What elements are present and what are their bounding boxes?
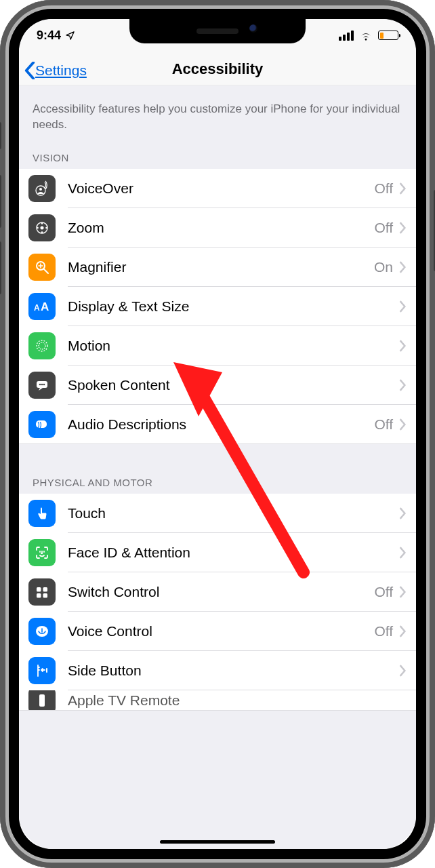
row-switch-control[interactable]: Switch Control Off xyxy=(19,572,416,612)
row-label: Face ID & Attention xyxy=(68,545,393,561)
motion-icon xyxy=(28,332,56,359)
svg-rect-25 xyxy=(39,694,45,707)
row-label: Display & Text Size xyxy=(68,298,393,315)
svg-text:)): )) xyxy=(38,421,42,428)
row-voiceover[interactable]: VoiceOver Off xyxy=(19,169,416,208)
audio-descriptions-icon: )) xyxy=(28,411,56,438)
svg-point-5 xyxy=(41,231,43,233)
spoken-content-icon xyxy=(28,372,56,399)
chevron-right-icon xyxy=(398,222,407,234)
volume-up-button xyxy=(0,175,1,228)
physical-list: Touch Face ID & Attention xyxy=(19,494,416,711)
row-audio-descriptions[interactable]: )) Audio Descriptions Off xyxy=(19,405,416,444)
voiceover-icon xyxy=(28,175,56,202)
row-label: Switch Control xyxy=(68,584,374,600)
row-side-button[interactable]: Side Button xyxy=(19,651,416,690)
svg-point-12 xyxy=(39,342,45,349)
row-label: VoiceOver xyxy=(68,180,374,197)
row-value: On xyxy=(374,259,393,275)
row-motion[interactable]: Motion xyxy=(19,326,416,366)
row-label: Spoken Content xyxy=(68,377,393,393)
chevron-right-icon xyxy=(398,340,407,352)
chevron-right-icon xyxy=(398,261,407,273)
chevron-right-icon xyxy=(398,625,407,637)
svg-rect-20 xyxy=(43,587,48,592)
home-indicator[interactable] xyxy=(160,840,275,844)
row-value: Off xyxy=(374,220,393,236)
svg-point-6 xyxy=(37,227,39,229)
chevron-right-icon xyxy=(398,665,407,677)
row-faceid[interactable]: Face ID & Attention xyxy=(19,533,416,572)
row-label: Side Button xyxy=(68,663,393,679)
cellular-signal-icon xyxy=(339,31,354,41)
row-label: Voice Control xyxy=(68,623,374,639)
row-label: Zoom xyxy=(68,220,374,236)
location-icon xyxy=(65,31,75,41)
volume-down-button xyxy=(0,241,1,294)
mute-switch xyxy=(0,122,1,149)
row-apple-tv-remote[interactable]: Apple TV Remote xyxy=(19,690,416,711)
faceid-icon xyxy=(28,539,56,566)
svg-point-7 xyxy=(45,227,47,229)
apple-tv-remote-icon xyxy=(28,690,56,711)
chevron-right-icon xyxy=(398,547,407,559)
iphone-device-frame: 9:44 Settings Accessibility Accessibilit… xyxy=(0,0,435,868)
section-header-vision: VISION xyxy=(19,140,416,169)
svg-point-16 xyxy=(43,384,45,386)
chevron-right-icon xyxy=(398,300,407,313)
magnifier-icon xyxy=(28,254,56,281)
switch-control-icon xyxy=(28,578,56,606)
zoom-icon xyxy=(28,214,56,241)
notch xyxy=(129,19,306,43)
row-value: Off xyxy=(374,180,393,197)
row-display-text-size[interactable]: AA Display & Text Size xyxy=(19,287,416,326)
svg-point-15 xyxy=(41,384,43,386)
row-value: Off xyxy=(374,416,393,433)
svg-point-14 xyxy=(39,384,41,386)
page-title: Accessibility xyxy=(172,60,264,78)
row-spoken-content[interactable]: Spoken Content xyxy=(19,366,416,405)
svg-text:A: A xyxy=(34,303,40,313)
intro-text: Accessibility features help you customiz… xyxy=(19,85,416,140)
chevron-right-icon xyxy=(398,507,407,519)
svg-rect-21 xyxy=(37,593,41,598)
text-size-icon: AA xyxy=(28,293,56,320)
row-value: Off xyxy=(374,623,393,639)
row-magnifier[interactable]: Magnifier On xyxy=(19,248,416,287)
status-time: 9:44 xyxy=(37,28,61,43)
wifi-icon xyxy=(359,31,373,41)
svg-rect-19 xyxy=(37,587,41,592)
svg-text:A: A xyxy=(41,300,49,313)
row-zoom[interactable]: Zoom Off xyxy=(19,208,416,248)
touch-icon xyxy=(28,500,56,527)
chevron-right-icon xyxy=(398,182,407,195)
vision-list: VoiceOver Off Zoom Off xyxy=(19,169,416,444)
svg-point-4 xyxy=(41,222,43,224)
row-voice-control[interactable]: Voice Control Off xyxy=(19,612,416,651)
row-label: Motion xyxy=(68,338,393,354)
svg-point-1 xyxy=(39,188,42,191)
row-label: Audio Descriptions xyxy=(68,416,374,433)
section-header-physical: PHYSICAL AND MOTOR xyxy=(19,465,416,494)
svg-point-3 xyxy=(41,226,44,229)
svg-rect-22 xyxy=(43,593,48,598)
svg-rect-24 xyxy=(46,668,47,673)
row-value: Off xyxy=(374,584,393,600)
side-button-icon xyxy=(28,657,56,684)
settings-content[interactable]: Accessibility features help you customiz… xyxy=(19,85,416,849)
chevron-right-icon xyxy=(398,418,407,431)
row-label: Magnifier xyxy=(68,259,374,275)
row-label: Touch xyxy=(68,505,393,521)
row-touch[interactable]: Touch xyxy=(19,494,416,533)
screen: 9:44 Settings Accessibility Accessibilit… xyxy=(19,19,416,849)
voice-control-icon xyxy=(28,618,56,645)
row-label: Apple TV Remote xyxy=(68,692,407,709)
chevron-right-icon xyxy=(398,586,407,598)
battery-icon xyxy=(378,31,398,40)
chevron-right-icon xyxy=(398,379,407,391)
